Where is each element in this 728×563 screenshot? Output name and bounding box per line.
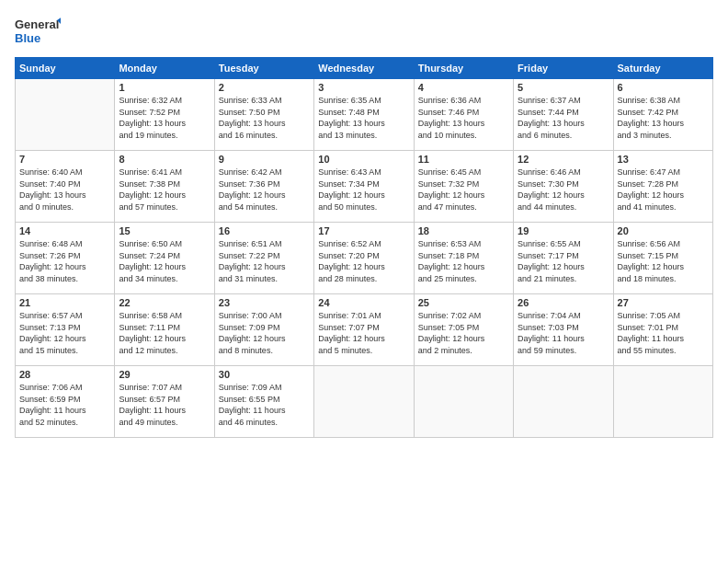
- day-info: Sunrise: 6:37 AM Sunset: 7:44 PM Dayligh…: [518, 95, 609, 141]
- day-info: Sunrise: 6:32 AM Sunset: 7:52 PM Dayligh…: [119, 95, 210, 141]
- logo: General Blue: [15, 15, 61, 48]
- calendar-cell: 17Sunrise: 6:52 AM Sunset: 7:20 PM Dayli…: [314, 223, 414, 294]
- calendar-cell: 21Sunrise: 6:57 AM Sunset: 7:13 PM Dayli…: [16, 294, 115, 366]
- weekday-header: Thursday: [414, 58, 513, 79]
- weekday-header: Saturday: [613, 58, 712, 79]
- day-number: 7: [19, 154, 110, 165]
- day-number: 9: [219, 154, 310, 165]
- day-number: 5: [518, 82, 609, 93]
- day-info: Sunrise: 7:00 AM Sunset: 7:09 PM Dayligh…: [219, 310, 310, 356]
- calendar-cell: 10Sunrise: 6:43 AM Sunset: 7:34 PM Dayli…: [314, 151, 414, 223]
- calendar-cell: 27Sunrise: 7:05 AM Sunset: 7:01 PM Dayli…: [613, 294, 712, 366]
- calendar-cell: [514, 366, 613, 438]
- calendar-cell: 18Sunrise: 6:53 AM Sunset: 7:18 PM Dayli…: [414, 223, 513, 294]
- day-info: Sunrise: 6:36 AM Sunset: 7:46 PM Dayligh…: [418, 95, 509, 141]
- day-number: 25: [418, 297, 509, 308]
- day-number: 11: [418, 154, 509, 165]
- day-info: Sunrise: 6:38 AM Sunset: 7:42 PM Dayligh…: [618, 95, 709, 141]
- svg-text:General: General: [15, 17, 59, 31]
- weekday-header: Sunday: [16, 58, 115, 79]
- calendar-cell: [314, 366, 414, 438]
- day-info: Sunrise: 7:07 AM Sunset: 6:57 PM Dayligh…: [119, 382, 210, 428]
- day-number: 15: [119, 225, 210, 236]
- day-info: Sunrise: 6:41 AM Sunset: 7:38 PM Dayligh…: [119, 167, 210, 213]
- day-number: 10: [318, 154, 409, 165]
- day-info: Sunrise: 7:05 AM Sunset: 7:01 PM Dayligh…: [618, 310, 709, 356]
- calendar-cell: 13Sunrise: 6:47 AM Sunset: 7:28 PM Dayli…: [613, 151, 712, 223]
- weekday-header: Tuesday: [214, 58, 313, 79]
- calendar-cell: 5Sunrise: 6:37 AM Sunset: 7:44 PM Daylig…: [514, 79, 613, 151]
- calendar-cell: 2Sunrise: 6:33 AM Sunset: 7:50 PM Daylig…: [214, 79, 313, 151]
- weekday-header: Wednesday: [314, 58, 414, 79]
- calendar-cell: 4Sunrise: 6:36 AM Sunset: 7:46 PM Daylig…: [414, 79, 513, 151]
- day-info: Sunrise: 7:04 AM Sunset: 7:03 PM Dayligh…: [518, 310, 609, 356]
- day-info: Sunrise: 6:45 AM Sunset: 7:32 PM Dayligh…: [418, 167, 509, 213]
- day-info: Sunrise: 6:35 AM Sunset: 7:48 PM Dayligh…: [318, 95, 409, 141]
- day-number: 24: [318, 297, 409, 308]
- calendar-cell: 19Sunrise: 6:55 AM Sunset: 7:17 PM Dayli…: [514, 223, 613, 294]
- day-info: Sunrise: 6:52 AM Sunset: 7:20 PM Dayligh…: [318, 238, 409, 284]
- calendar-cell: [16, 79, 115, 151]
- day-info: Sunrise: 7:09 AM Sunset: 6:55 PM Dayligh…: [219, 382, 310, 428]
- day-info: Sunrise: 6:47 AM Sunset: 7:28 PM Dayligh…: [618, 167, 709, 213]
- day-info: Sunrise: 6:48 AM Sunset: 7:26 PM Dayligh…: [19, 238, 110, 284]
- day-number: 23: [219, 297, 310, 308]
- day-number: 19: [518, 225, 609, 236]
- calendar-cell: 7Sunrise: 6:40 AM Sunset: 7:40 PM Daylig…: [16, 151, 115, 223]
- day-info: Sunrise: 6:46 AM Sunset: 7:30 PM Dayligh…: [518, 167, 609, 213]
- day-info: Sunrise: 7:01 AM Sunset: 7:07 PM Dayligh…: [318, 310, 409, 356]
- calendar-cell: 30Sunrise: 7:09 AM Sunset: 6:55 PM Dayli…: [214, 366, 313, 438]
- calendar-cell: 22Sunrise: 6:58 AM Sunset: 7:11 PM Dayli…: [115, 294, 214, 366]
- day-info: Sunrise: 6:50 AM Sunset: 7:24 PM Dayligh…: [119, 238, 210, 284]
- day-number: 28: [19, 369, 110, 380]
- day-number: 6: [618, 82, 709, 93]
- calendar-cell: 16Sunrise: 6:51 AM Sunset: 7:22 PM Dayli…: [214, 223, 313, 294]
- day-info: Sunrise: 6:40 AM Sunset: 7:40 PM Dayligh…: [19, 167, 110, 213]
- weekday-header: Friday: [514, 58, 613, 79]
- day-number: 13: [618, 154, 709, 165]
- calendar-cell: 15Sunrise: 6:50 AM Sunset: 7:24 PM Dayli…: [115, 223, 214, 294]
- day-number: 26: [518, 297, 609, 308]
- day-number: 21: [19, 297, 110, 308]
- calendar-cell: 25Sunrise: 7:02 AM Sunset: 7:05 PM Dayli…: [414, 294, 513, 366]
- day-info: Sunrise: 7:06 AM Sunset: 6:59 PM Dayligh…: [19, 382, 110, 428]
- day-number: 22: [119, 297, 210, 308]
- day-info: Sunrise: 6:56 AM Sunset: 7:15 PM Dayligh…: [618, 238, 709, 284]
- day-info: Sunrise: 6:53 AM Sunset: 7:18 PM Dayligh…: [418, 238, 509, 284]
- day-number: 2: [219, 82, 310, 93]
- day-number: 1: [119, 82, 210, 93]
- svg-text:Blue: Blue: [15, 31, 40, 45]
- day-info: Sunrise: 6:58 AM Sunset: 7:11 PM Dayligh…: [119, 310, 210, 356]
- calendar-cell: 26Sunrise: 7:04 AM Sunset: 7:03 PM Dayli…: [514, 294, 613, 366]
- day-number: 29: [119, 369, 210, 380]
- day-info: Sunrise: 6:33 AM Sunset: 7:50 PM Dayligh…: [219, 95, 310, 141]
- day-info: Sunrise: 7:02 AM Sunset: 7:05 PM Dayligh…: [418, 310, 509, 356]
- calendar-cell: 29Sunrise: 7:07 AM Sunset: 6:57 PM Dayli…: [115, 366, 214, 438]
- day-info: Sunrise: 6:43 AM Sunset: 7:34 PM Dayligh…: [318, 167, 409, 213]
- day-number: 17: [318, 225, 409, 236]
- calendar-cell: 24Sunrise: 7:01 AM Sunset: 7:07 PM Dayli…: [314, 294, 414, 366]
- calendar-cell: 9Sunrise: 6:42 AM Sunset: 7:36 PM Daylig…: [214, 151, 313, 223]
- day-number: 3: [318, 82, 409, 93]
- day-number: 20: [618, 225, 709, 236]
- day-number: 8: [119, 154, 210, 165]
- calendar-cell: [613, 366, 712, 438]
- calendar-cell: 8Sunrise: 6:41 AM Sunset: 7:38 PM Daylig…: [115, 151, 214, 223]
- calendar-cell: 3Sunrise: 6:35 AM Sunset: 7:48 PM Daylig…: [314, 79, 414, 151]
- calendar-cell: 14Sunrise: 6:48 AM Sunset: 7:26 PM Dayli…: [16, 223, 115, 294]
- calendar-cell: 1Sunrise: 6:32 AM Sunset: 7:52 PM Daylig…: [115, 79, 214, 151]
- day-info: Sunrise: 6:51 AM Sunset: 7:22 PM Dayligh…: [219, 238, 310, 284]
- calendar-cell: 23Sunrise: 7:00 AM Sunset: 7:09 PM Dayli…: [214, 294, 313, 366]
- day-number: 4: [418, 82, 509, 93]
- calendar-cell: 11Sunrise: 6:45 AM Sunset: 7:32 PM Dayli…: [414, 151, 513, 223]
- day-number: 18: [418, 225, 509, 236]
- day-info: Sunrise: 6:55 AM Sunset: 7:17 PM Dayligh…: [518, 238, 609, 284]
- day-number: 30: [219, 369, 310, 380]
- day-number: 12: [518, 154, 609, 165]
- day-number: 16: [219, 225, 310, 236]
- day-number: 14: [19, 225, 110, 236]
- calendar-cell: 28Sunrise: 7:06 AM Sunset: 6:59 PM Dayli…: [16, 366, 115, 438]
- calendar-cell: [414, 366, 513, 438]
- calendar-cell: 20Sunrise: 6:56 AM Sunset: 7:15 PM Dayli…: [613, 223, 712, 294]
- calendar-table: SundayMondayTuesdayWednesdayThursdayFrid…: [15, 57, 713, 438]
